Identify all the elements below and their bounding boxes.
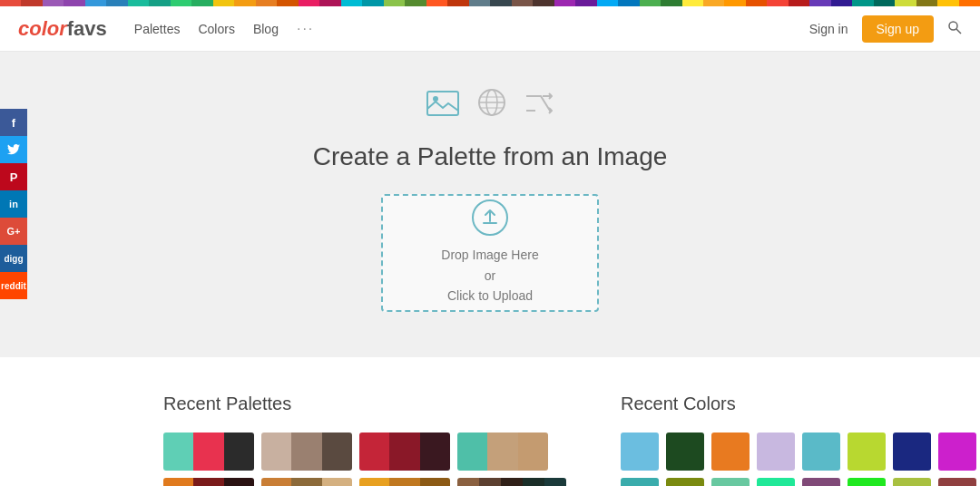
- palette-swatch: [163, 478, 193, 486]
- upload-text: Drop Image Here or Click to Upload: [441, 245, 538, 306]
- twitter-icon: [7, 144, 20, 155]
- globe-tab-icon[interactable]: [477, 88, 506, 124]
- sidebar-digg[interactable]: digg: [0, 245, 27, 272]
- palette-swatch: [457, 478, 479, 486]
- upload-arrow-icon: [481, 209, 499, 227]
- list-item[interactable]: [163, 478, 254, 486]
- upload-line3: Click to Upload: [447, 288, 533, 303]
- header-right: Sign in Sign up: [809, 15, 962, 43]
- list-item[interactable]: [848, 478, 886, 486]
- hero-icons: [18, 88, 962, 124]
- palette-swatch: [193, 478, 223, 486]
- list-item[interactable]: [359, 478, 450, 486]
- palette-swatch: [261, 433, 291, 471]
- palette-swatch: [420, 478, 450, 486]
- nav-colors[interactable]: Colors: [198, 22, 234, 36]
- sidebar-linkedin[interactable]: in: [0, 190, 27, 218]
- palette-swatch: [261, 478, 291, 486]
- list-item[interactable]: [757, 433, 795, 471]
- color-bar: [0, 0, 980, 6]
- list-item[interactable]: [938, 433, 976, 471]
- sidebar-twitter[interactable]: [0, 136, 27, 163]
- color-row-2: [621, 478, 976, 486]
- nav-blog[interactable]: Blog: [253, 22, 279, 36]
- list-item[interactable]: [666, 433, 704, 471]
- palette-swatch: [420, 433, 450, 471]
- palette-swatch: [193, 433, 223, 471]
- nav-more[interactable]: ···: [297, 21, 314, 37]
- palette-swatch: [359, 478, 389, 486]
- list-item[interactable]: [359, 433, 450, 471]
- hero-title: Create a Palette from an Image: [18, 142, 962, 171]
- upload-line1: Drop Image Here: [441, 248, 538, 262]
- list-item[interactable]: [457, 478, 566, 486]
- palette-row-2: [163, 478, 566, 486]
- logo-color-text: color: [18, 17, 67, 40]
- sign-up-button[interactable]: Sign up: [862, 15, 934, 43]
- palette-grid: [163, 433, 566, 486]
- sidebar-googleplus[interactable]: G+: [0, 218, 27, 245]
- sidebar-reddit[interactable]: reddit: [0, 272, 27, 299]
- list-item[interactable]: [893, 433, 931, 471]
- nav-palettes[interactable]: Palettes: [134, 22, 181, 36]
- palette-swatch: [224, 433, 254, 471]
- upload-line2: or: [485, 268, 495, 283]
- hero-section: Create a Palette from an Image Drop Imag…: [0, 52, 980, 357]
- svg-point-0: [949, 22, 957, 30]
- palette-swatch: [389, 433, 419, 471]
- list-item[interactable]: [261, 433, 352, 471]
- palette-swatch: [322, 433, 352, 471]
- search-button[interactable]: [947, 20, 962, 38]
- list-item[interactable]: [711, 478, 750, 486]
- list-item[interactable]: [802, 478, 840, 486]
- palette-swatch: [544, 478, 566, 486]
- recent-palettes-section: Recent Palettes: [163, 394, 566, 486]
- shuffle-icon: [524, 91, 554, 116]
- list-item[interactable]: [621, 433, 659, 471]
- palette-swatch: [224, 478, 254, 486]
- list-item[interactable]: [666, 478, 704, 486]
- svg-rect-2: [427, 92, 458, 115]
- sidebar-facebook[interactable]: f: [0, 109, 27, 136]
- palette-swatch: [501, 478, 523, 486]
- svg-line-1: [956, 29, 961, 34]
- list-item[interactable]: [457, 433, 548, 471]
- palette-swatch: [359, 433, 389, 471]
- list-item[interactable]: [848, 433, 886, 471]
- palette-swatch: [487, 433, 517, 471]
- list-item[interactable]: [757, 478, 795, 486]
- palette-swatch: [523, 478, 544, 486]
- sign-in-link[interactable]: Sign in: [809, 22, 848, 36]
- list-item[interactable]: [261, 478, 352, 486]
- list-item[interactable]: [938, 478, 976, 486]
- palette-swatch: [163, 433, 193, 471]
- color-row-1: [621, 433, 976, 471]
- palette-swatch: [479, 478, 501, 486]
- palette-swatch: [322, 478, 352, 486]
- list-item[interactable]: [802, 433, 840, 471]
- palette-swatch: [291, 478, 321, 486]
- palette-row-1: [163, 433, 566, 471]
- list-item[interactable]: [621, 478, 659, 486]
- recent-palettes-title: Recent Palettes: [163, 394, 566, 414]
- list-item[interactable]: [893, 478, 931, 486]
- main-nav: Palettes Colors Blog ···: [134, 21, 314, 37]
- search-icon: [947, 20, 962, 34]
- image-icon: [426, 91, 459, 116]
- logo: colorfavs: [18, 17, 107, 41]
- palette-swatch: [389, 478, 419, 486]
- upload-area[interactable]: Drop Image Here or Click to Upload: [381, 194, 599, 312]
- palette-swatch: [518, 433, 548, 471]
- main-content: Recent Palettes: [0, 357, 980, 486]
- list-item[interactable]: [711, 433, 750, 471]
- palette-swatch: [291, 433, 321, 471]
- header: colorfavs Palettes Colors Blog ··· Sign …: [0, 6, 980, 52]
- sidebar-social: f P in G+ digg reddit: [0, 109, 27, 299]
- sections-row: Recent Palettes: [163, 394, 817, 486]
- sidebar-pinterest[interactable]: P: [0, 163, 27, 190]
- image-tab-icon[interactable]: [426, 90, 459, 123]
- globe-icon: [477, 88, 506, 117]
- list-item[interactable]: [163, 433, 254, 471]
- logo-favs-text: favs: [67, 17, 107, 40]
- shuffle-tab-icon[interactable]: [524, 90, 554, 123]
